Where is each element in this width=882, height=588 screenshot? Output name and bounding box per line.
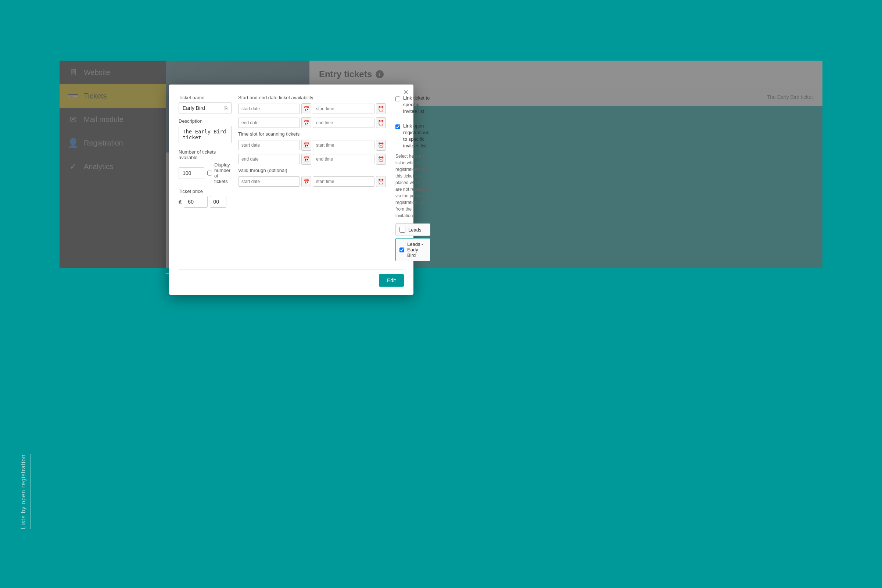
number-label: Number of tickets available: [178, 149, 231, 160]
link-invitee-label: Link ticket to specific invitee list: [403, 95, 430, 115]
description-label: Description: [178, 118, 231, 124]
scan-start-time-input[interactable]: [313, 140, 375, 150]
list-option-leads[interactable]: Leads: [395, 224, 430, 236]
scan-start-time-icon[interactable]: ⏰: [376, 140, 386, 151]
scan-start-date-input[interactable]: [238, 140, 300, 150]
ticket-price-label: Ticket price: [178, 189, 231, 194]
description-input[interactable]: The Early Bird ticket: [178, 126, 231, 143]
modal-grid: Ticket name ⎘ Description The Early Bird…: [178, 95, 404, 264]
number-row: Display number of tickets: [178, 162, 231, 184]
link-open-checkbox[interactable]: [395, 124, 400, 130]
link-invitee-row: Link ticket to specific invitee list: [395, 95, 430, 115]
scan-end-time-input[interactable]: [313, 154, 375, 164]
description-text: Select here the list in which all regist…: [395, 153, 430, 219]
start-date-calendar-icon[interactable]: 📅: [302, 103, 311, 114]
valid-time-icon[interactable]: ⏰: [376, 176, 386, 187]
valid-cal-icon[interactable]: 📅: [302, 176, 311, 187]
number-input[interactable]: [178, 167, 204, 179]
start-time-icon[interactable]: ⏰: [376, 103, 386, 114]
link-open-label: Link open registrations to specific invi…: [403, 123, 430, 150]
link-invitee-checkbox[interactable]: [395, 96, 400, 102]
list-option-leads-early-bird[interactable]: Leads - Early Bird: [395, 238, 430, 261]
scan-end-row: 📅 ⏰: [238, 154, 386, 165]
modal-middle-col: Start and end date ticket availability 📅…: [238, 95, 386, 264]
modal-left-col: Ticket name ⎘ Description The Early Bird…: [178, 95, 231, 264]
leads-checkbox[interactable]: [399, 227, 405, 232]
ticket-edit-modal: × Ticket name ⎘ Description The Early Bi…: [169, 84, 413, 295]
end-time-icon[interactable]: ⏰: [376, 117, 386, 128]
price-symbol: €: [178, 199, 182, 205]
modal-close-button[interactable]: ×: [404, 88, 408, 96]
valid-time-input[interactable]: [313, 176, 375, 187]
ticket-name-label: Ticket name: [178, 95, 231, 100]
scan-label: Time slot for scanning tickets: [238, 131, 386, 137]
modal-footer: Edit: [178, 269, 404, 286]
display-number-label: Display number of tickets: [214, 162, 231, 184]
modal-right-col: Link ticket to specific invitee list Lin…: [393, 95, 430, 264]
end-date-input[interactable]: [238, 118, 300, 128]
end-date-row: 📅 ⏰: [238, 117, 386, 128]
display-number-checkbox-label[interactable]: Display number of tickets: [207, 162, 231, 184]
ticket-name-input[interactable]: [183, 105, 225, 111]
valid-through-label: Valid through (optional): [238, 168, 386, 173]
edit-button[interactable]: Edit: [379, 274, 404, 286]
vertical-text: Lists by open registration: [20, 454, 30, 529]
scan-start-row: 📅 ⏰: [238, 140, 386, 151]
display-number-checkbox[interactable]: [207, 170, 212, 176]
scan-end-time-icon[interactable]: ⏰: [376, 154, 386, 165]
end-time-input[interactable]: [313, 118, 375, 128]
leads-early-bird-checkbox[interactable]: [399, 247, 404, 253]
valid-date-input[interactable]: [238, 176, 300, 187]
scan-start-cal-icon[interactable]: 📅: [302, 140, 311, 151]
start-date-input[interactable]: [238, 104, 300, 114]
start-end-label: Start and end date ticket availability: [238, 95, 386, 100]
valid-through-row: 📅 ⏰: [238, 176, 386, 187]
leads-label: Leads: [408, 227, 421, 232]
link-open-row: Link open registrations to specific invi…: [395, 123, 430, 150]
start-time-input[interactable]: [313, 104, 375, 114]
scan-end-cal-icon[interactable]: 📅: [302, 154, 311, 165]
copy-icon: ⎘: [225, 105, 228, 111]
divider: [395, 119, 430, 119]
end-date-calendar-icon[interactable]: 📅: [302, 117, 311, 128]
scan-end-date-input[interactable]: [238, 154, 300, 164]
start-date-row: 📅 ⏰: [238, 103, 386, 114]
leads-early-bird-label: Leads - Early Bird: [407, 242, 426, 258]
ticket-name-field[interactable]: ⎘: [178, 102, 231, 114]
price-row: €: [178, 196, 231, 208]
price-whole-input[interactable]: [184, 196, 208, 208]
price-cents-input[interactable]: [210, 196, 226, 208]
